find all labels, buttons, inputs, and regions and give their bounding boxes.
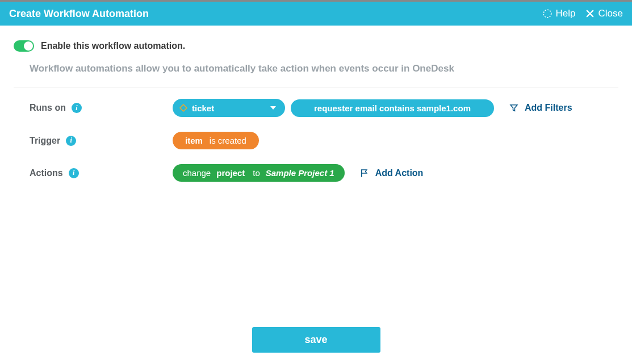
add-filters-button[interactable]: Add Filters [509,103,572,113]
runs-on-filter-pill[interactable]: requester email contains sample1.com [291,99,494,117]
filter-icon [509,103,519,113]
runs-on-label-group: Runs on i [30,103,173,113]
actions-label: Actions [30,168,63,178]
trigger-predicate: is created [210,136,246,145]
close-label: Close [598,8,623,19]
modal-body: Enable this workflow automation. Workflo… [0,26,632,182]
trigger-label-group: Trigger i [30,136,173,146]
svg-point-0 [543,10,551,18]
chevron-down-icon [270,106,276,110]
modal-title: Create Workflow Automation [9,8,149,20]
info-icon[interactable]: i [66,136,76,146]
action-pill[interactable]: change project to Sample Project 1 [173,164,345,182]
automation-description: Workflow automations allow you to automa… [14,63,618,87]
enable-toggle-row: Enable this workflow automation. [14,40,618,52]
help-label: Help [556,8,576,19]
save-button[interactable]: save [252,327,380,353]
runs-on-label: Runs on [30,103,66,113]
action-field: project [216,168,245,178]
trigger-row: Trigger i item is created [14,132,618,149]
runs-on-filter-text: requester email contains sample1.com [314,103,471,113]
action-change-word: change [183,168,211,178]
modal-header: Create Workflow Automation Help Close [0,2,632,26]
close-icon [585,9,595,19]
actions-label-group: Actions i [30,168,173,178]
header-actions: Help Close [542,8,623,19]
trigger-body: item is created [173,132,259,149]
enable-toggle[interactable] [14,40,34,52]
flag-icon [359,168,370,178]
section-divider [14,87,618,87]
ticket-icon [178,103,189,113]
trigger-pill[interactable]: item is created [173,132,259,149]
action-value: Sample Project 1 [266,168,334,178]
runs-on-row: Runs on i ticket requester email contain… [14,99,618,117]
trigger-label: Trigger [30,136,60,146]
runs-on-type-select[interactable]: ticket [173,99,285,117]
action-to-word: to [253,168,260,178]
trigger-subject: item [185,136,203,145]
enable-toggle-label: Enable this workflow automation. [41,41,185,51]
runs-on-body: ticket requester email contains sample1.… [173,99,572,117]
add-action-label: Add Action [375,168,424,178]
help-button[interactable]: Help [542,8,576,19]
help-icon [542,9,553,19]
modal-footer: save [0,327,632,353]
add-action-button[interactable]: Add Action [359,168,424,178]
info-icon[interactable]: i [72,103,82,113]
info-icon[interactable]: i [69,168,79,178]
add-filters-label: Add Filters [525,103,572,113]
close-button[interactable]: Close [585,8,623,19]
actions-row: Actions i change project to Sample Proje… [14,164,618,182]
runs-on-type-value: ticket [192,103,214,113]
actions-body: change project to Sample Project 1 Add A… [173,164,423,182]
